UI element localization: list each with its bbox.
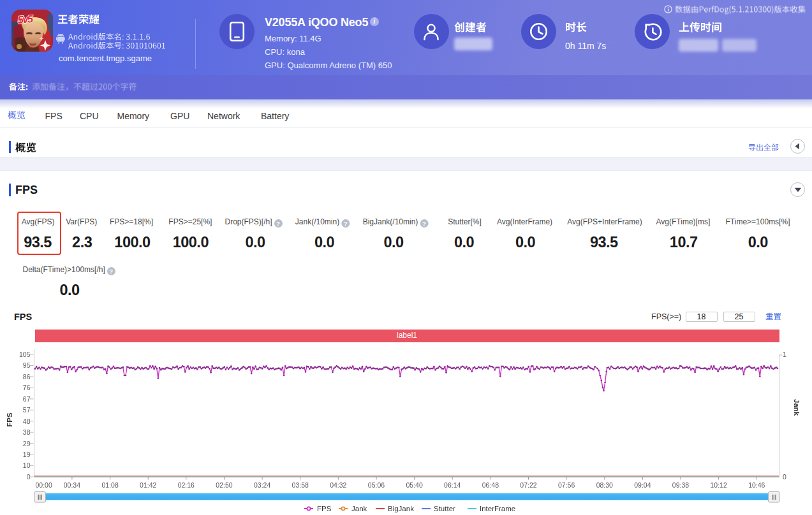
svg-text:76: 76	[23, 384, 31, 391]
svg-text:10:46: 10:46	[748, 481, 765, 489]
svg-text:03:24: 03:24	[254, 481, 270, 489]
svg-text:01:42: 01:42	[140, 481, 156, 489]
svg-text:09:04: 09:04	[634, 481, 651, 489]
svg-text:09:38: 09:38	[672, 481, 689, 489]
svg-text:10: 10	[23, 461, 31, 469]
svg-text:05:40: 05:40	[406, 481, 422, 489]
svg-text:86: 86	[23, 373, 31, 381]
svg-text:FPS: FPS	[6, 412, 13, 427]
svg-text:02:50: 02:50	[216, 481, 232, 489]
svg-text:02:16: 02:16	[178, 481, 195, 489]
svg-text:Jank: Jank	[793, 399, 801, 416]
svg-text:01:08: 01:08	[101, 481, 118, 489]
svg-text:BigJank: BigJank	[388, 505, 414, 512]
svg-text:FPS: FPS	[317, 505, 332, 512]
svg-text:04:32: 04:32	[330, 481, 346, 489]
svg-text:38: 38	[23, 428, 31, 436]
svg-text:29: 29	[23, 440, 31, 447]
svg-text:06:14: 06:14	[444, 481, 461, 489]
svg-text:19: 19	[23, 451, 31, 458]
svg-text:05:06: 05:06	[368, 481, 385, 489]
svg-text:1: 1	[783, 351, 786, 358]
svg-text:67: 67	[23, 395, 31, 403]
svg-text:07:22: 07:22	[520, 481, 536, 489]
svg-text:10:12: 10:12	[710, 481, 727, 489]
svg-text:57: 57	[23, 406, 31, 414]
svg-text:0: 0	[783, 473, 786, 481]
svg-text:06:48: 06:48	[482, 481, 499, 489]
svg-text:Stutter: Stutter	[434, 505, 455, 512]
svg-text:07:56: 07:56	[558, 481, 575, 489]
svg-text:95: 95	[23, 361, 31, 369]
svg-text:03:58: 03:58	[292, 481, 309, 489]
svg-text:00:34: 00:34	[64, 481, 80, 489]
svg-text:InterFrame: InterFrame	[480, 505, 515, 512]
svg-text:08:30: 08:30	[596, 481, 613, 489]
svg-text:Jank: Jank	[351, 505, 367, 512]
svg-text:105: 105	[19, 351, 31, 358]
svg-text:00:00: 00:00	[36, 481, 52, 489]
svg-text:48: 48	[23, 417, 31, 425]
